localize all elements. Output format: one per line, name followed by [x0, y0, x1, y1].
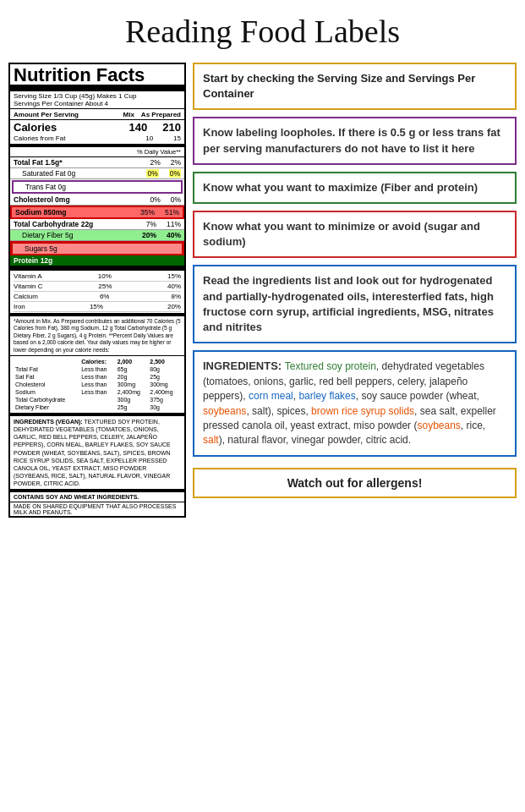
nf-footnote: *Amount in Mix. As Prepared contributes … [10, 313, 184, 356]
nf-allergen-note: MADE ON SHARED EQUIPMENT THAT ALSO PROCE… [10, 502, 184, 516]
nf-ingredients: INGREDIENTS (VEGAN): TEXTURED SOY PROTEI… [10, 414, 184, 492]
nf-title: Nutrition Facts [10, 64, 184, 91]
nf-row-sugars-box: Sugars 5g [10, 241, 184, 255]
callout-minimize: Know what you want to minimize or avoid … [193, 211, 517, 258]
calories-mix: 140 [129, 121, 148, 134]
main-layout: Nutrition Facts Serving Size 1/3 Cup (45… [0, 58, 525, 522]
callouts-panel: Start by checking the Serving Size and S… [193, 63, 517, 498]
nf-row-protein: Protein 12g [10, 255, 184, 271]
calories-label: Calories [14, 121, 57, 134]
callout-trans-fat: Know labeling loopholes. If there is 0.5… [193, 117, 517, 164]
callout-allergen: Watch out for allergens! [193, 468, 517, 498]
nf-row-total-carb: Total Carbohydrate 22g 7%11% [10, 219, 184, 230]
nf-row-cholesterol: Cholesterol 0mg 0%0% [10, 195, 184, 206]
nf-daily-table: Calories:2,0002,500 Total FatLess than65… [10, 356, 184, 414]
nf-row-sodium: Sodium 850mg 35%51% [10, 206, 184, 219]
nf-row-saturated-fat: Start by checking the Serving Size and S… [10, 168, 184, 179]
nf-serving-size: Serving Size 1/3 Cup (45g) Makes 1 Cup S… [10, 91, 184, 109]
nutrition-label: Nutrition Facts Serving Size 1/3 Cup (45… [8, 63, 186, 518]
nf-row-trans-fat-box: Trans Fat 0g [12, 180, 183, 194]
nf-allergen-header: CONTAINS SOY AND WHEAT INGREDIENTS. [10, 492, 184, 502]
nf-vitamins: Vitamin A10%15% Vitamin C25%40% Calcium6… [10, 271, 184, 313]
callout-read-ingredients: Read the ingredients list and look out f… [193, 265, 517, 343]
calories-prepared: 210 [162, 121, 181, 134]
nf-calories-section: Calories 140 210 Calories from Fat 10 15 [10, 120, 184, 147]
page-title: Reading Food Labels [0, 0, 525, 58]
nf-row-trans-fat: Trans Fat 0g [14, 182, 181, 192]
callout-serving-size: Start by checking the Serving Size and S… [193, 63, 517, 110]
nf-amount-header: Amount Per Serving Mix As Prepared [10, 109, 184, 120]
nf-row-total-fat: Total Fat 1.5g* 2%2% [10, 157, 184, 168]
nf-calories-from-fat: Calories from Fat 10 15 [10, 134, 184, 144]
callout-maximize: Know what you want to maximize (Fiber an… [193, 172, 517, 204]
nf-daily-value-header: % Daily Value** [10, 147, 184, 157]
callout-ingredients-list: INGREDIENTS: Textured soy protein, dehyd… [193, 350, 517, 457]
nf-row-dietary-fiber: Dietary Fiber 5g 20%40% [10, 230, 184, 241]
nf-row-sugars: Sugars 5g [12, 243, 183, 254]
